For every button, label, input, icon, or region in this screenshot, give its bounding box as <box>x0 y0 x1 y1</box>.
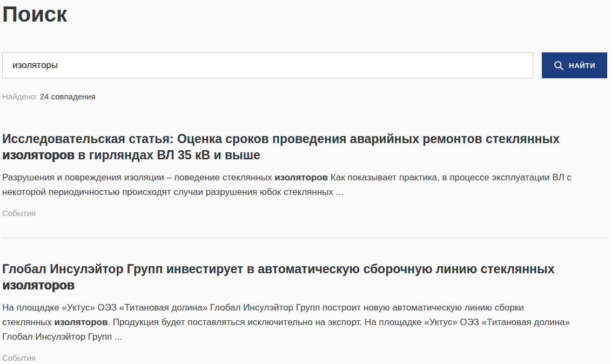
result-title-highlight: изоляторов <box>2 278 75 292</box>
result-snippet-highlight: изоляторов <box>274 172 328 183</box>
search-icon <box>554 60 564 71</box>
search-button[interactable]: НАЙТИ <box>542 52 607 78</box>
result-title-text: Глобал Инсулэйтор Групп инвестирует в ав… <box>2 262 554 276</box>
search-page: Поиск НАЙТИ Найдено: 24 совпадения Иссле… <box>0 0 611 364</box>
result-snippet: На площадке «Уктус» ОЭЗ «Титановая долин… <box>2 300 575 344</box>
result-title-text: в гирляндах ВЛ 35 кВ и выше <box>75 148 260 162</box>
result-title-highlight: изоляторов <box>2 148 75 162</box>
results-summary-label: Найдено: <box>2 92 37 101</box>
result-snippet-text: Разрушения и повреждения изоляции – пове… <box>2 172 274 183</box>
search-form: НАЙТИ <box>2 52 607 78</box>
result-category: События <box>2 353 607 362</box>
results-summary: Найдено: 24 совпадения <box>2 92 607 101</box>
search-button-label: НАЙТИ <box>569 62 595 70</box>
page-title: Поиск <box>2 0 607 26</box>
result-snippet: Разрушения и повреждения изоляции – пове… <box>2 170 575 199</box>
result-title-link[interactable]: Исследовательская статья: Оценка сроков … <box>2 131 569 163</box>
result-title-text: Исследовательская статья: Оценка сроков … <box>2 132 560 146</box>
search-input[interactable] <box>2 52 533 78</box>
result-category: События <box>2 208 607 218</box>
results-count: 24 совпадения <box>40 92 96 101</box>
search-result-item: Глобал Инсулэйтор Групп инвестирует в ав… <box>2 238 607 364</box>
search-result-item: Исследовательская статья: Оценка сроков … <box>2 131 607 238</box>
result-title-link[interactable]: Глобал Инсулэйтор Групп инвестирует в ав… <box>2 261 569 293</box>
search-results-list: Исследовательская статья: Оценка сроков … <box>2 131 607 364</box>
result-snippet-highlight: изоляторов <box>55 317 108 327</box>
